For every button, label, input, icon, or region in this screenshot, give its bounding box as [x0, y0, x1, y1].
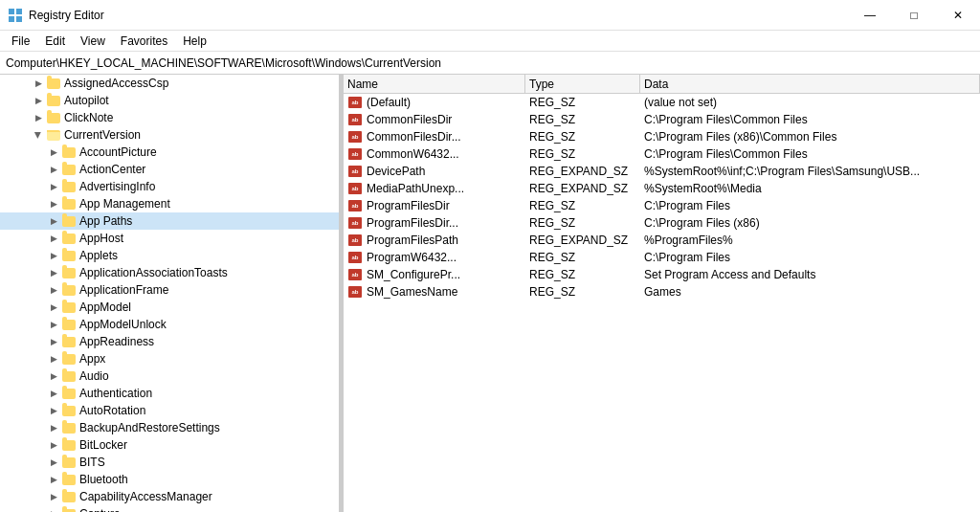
tree-item-Applets[interactable]: ▶Applets	[0, 247, 339, 264]
tree-label-ClickNote: ClickNote	[64, 111, 113, 124]
tree-arrow-ClickNote[interactable]: ▶	[31, 113, 46, 122]
tree-item-AppManagement[interactable]: ▶App Management	[0, 195, 339, 212]
tree-arrow-Bluetooth[interactable]: ▶	[46, 475, 61, 484]
tree-arrow-AssignedAccessCsp[interactable]: ▶	[31, 78, 46, 88]
entry-row-DevicePath[interactable]: DevicePathREG_EXPAND_SZ%SystemRoot%\inf;…	[344, 163, 980, 180]
minimize-button[interactable]: —	[848, 0, 892, 31]
col-header-name[interactable]: Name	[344, 75, 525, 93]
folder-icon-ApplicationFrame	[61, 283, 77, 297]
tree-arrow-ApplicationAssociationToasts[interactable]: ▶	[46, 268, 61, 278]
folder-icon-Autopilot	[46, 94, 61, 107]
tree-arrow-Authentication[interactable]: ▶	[46, 389, 61, 398]
tree-arrow-AccountPicture[interactable]: ▶	[46, 147, 61, 157]
reg-icon-SM_ConfigurePr	[344, 269, 363, 280]
tree-item-Capture[interactable]: ▶Capture	[0, 505, 339, 512]
app-icon	[8, 8, 23, 23]
entry-row-ProgramFilesPath[interactable]: ProgramFilesPathREG_EXPAND_SZ%ProgramFil…	[344, 232, 980, 249]
tree-item-ApplicationFrame[interactable]: ▶ApplicationFrame	[0, 281, 339, 299]
entry-row-CommonW6432Dir[interactable]: CommonW6432...REG_SZC:\Program Files\Com…	[344, 145, 980, 163]
tree-label-AdvertisingInfo: AdvertisingInfo	[79, 180, 155, 193]
entries-list[interactable]: (Default)REG_SZ(value not set)CommonFile…	[344, 94, 980, 512]
tree-item-ActionCenter[interactable]: ▶ActionCenter	[0, 161, 339, 178]
entry-name-MediaPathUnexp: MediaPathUnexp...	[363, 182, 525, 195]
tree-arrow-CapabilityAccessManager[interactable]: ▶	[46, 492, 61, 501]
menu-item-view[interactable]: View	[73, 33, 113, 50]
close-button[interactable]: ✕	[936, 0, 980, 31]
reg-icon-ProgramFilesDir	[344, 200, 363, 211]
tree-item-AdvertisingInfo[interactable]: ▶AdvertisingInfo	[0, 178, 339, 195]
entry-type-CommonFilesDir: REG_SZ	[525, 113, 640, 126]
col-header-data[interactable]: Data	[640, 75, 980, 93]
tree-arrow-AdvertisingInfo[interactable]: ▶	[46, 182, 61, 191]
entry-row-MediaPathUnexp[interactable]: MediaPathUnexp...REG_EXPAND_SZ%SystemRoo…	[344, 180, 980, 197]
tree-item-AppPaths[interactable]: ▶App Paths	[0, 212, 339, 230]
menu-item-favorites[interactable]: Favorites	[113, 33, 175, 50]
folder-icon-AutoRotation	[61, 404, 77, 417]
tree-item-AppModelUnlock[interactable]: ▶AppModelUnlock	[0, 316, 339, 333]
tree-arrow-BackupAndRestoreSettings[interactable]: ▶	[46, 423, 61, 433]
entry-row-SM_ConfigurePr[interactable]: SM_ConfigurePr...REG_SZSet Program Acces…	[344, 266, 980, 283]
menu-item-help[interactable]: Help	[175, 33, 214, 50]
tree-arrow-Appx[interactable]: ▶	[46, 354, 61, 364]
tree-arrow-AppManagement[interactable]: ▶	[46, 199, 61, 209]
tree-label-AssignedAccessCsp: AssignedAccessCsp	[64, 77, 168, 90]
maximize-button[interactable]: □	[892, 0, 936, 31]
entry-name-ProgramFilesDir: ProgramFilesDir	[363, 199, 525, 212]
tree-arrow-AppPaths[interactable]: ▶	[46, 216, 61, 226]
tree-item-Authentication[interactable]: ▶Authentication	[0, 385, 339, 402]
tree-arrow-CurrentVersion[interactable]: ▶	[33, 127, 43, 143]
tree-label-Audio: Audio	[79, 369, 109, 383]
entry-row-CommonFilesDir[interactable]: CommonFilesDirREG_SZC:\Program Files\Com…	[344, 111, 980, 128]
menu-item-edit[interactable]: Edit	[37, 33, 73, 50]
reg-icon-default	[344, 97, 363, 108]
tree-item-AccountPicture[interactable]: ▶AccountPicture	[0, 144, 339, 161]
tree-label-Appx: Appx	[79, 352, 105, 366]
tree-item-ClickNote[interactable]: ▶ClickNote	[0, 109, 339, 126]
tree-item-AppHost[interactable]: ▶AppHost	[0, 230, 339, 247]
entry-row-ProgramFilesDir86[interactable]: ProgramFilesDir...REG_SZC:\Program Files…	[344, 214, 980, 232]
tree-label-Applets: Applets	[79, 249, 118, 262]
entry-data-ProgramFilesDir: C:\Program Files	[640, 199, 980, 212]
tree-item-Bluetooth[interactable]: ▶Bluetooth	[0, 471, 339, 488]
tree-label-CurrentVersion: CurrentVersion	[64, 128, 141, 142]
tree-item-AssignedAccessCsp[interactable]: ▶AssignedAccessCsp	[0, 75, 339, 92]
tree-label-ApplicationFrame: ApplicationFrame	[79, 283, 168, 297]
tree-arrow-AppReadiness[interactable]: ▶	[46, 337, 61, 346]
folder-icon-Appx	[61, 352, 77, 366]
tree-arrow-Autopilot[interactable]: ▶	[31, 96, 46, 105]
tree-panel[interactable]: ▶AssignedAccessCsp▶Autopilot▶ClickNote▶C…	[0, 75, 340, 512]
tree-arrow-ApplicationFrame[interactable]: ▶	[46, 285, 61, 295]
tree-arrow-AppHost[interactable]: ▶	[46, 234, 61, 243]
tree-item-AppReadiness[interactable]: ▶AppReadiness	[0, 333, 339, 350]
menu-item-file[interactable]: File	[4, 33, 37, 50]
tree-item-Appx[interactable]: ▶Appx	[0, 350, 339, 367]
tree-item-AppModel[interactable]: ▶AppModel	[0, 299, 339, 316]
tree-item-BitLocker[interactable]: ▶BitLocker	[0, 436, 339, 454]
tree-arrow-AppModel[interactable]: ▶	[46, 302, 61, 312]
tree-item-CurrentVersion[interactable]: ▶CurrentVersion	[0, 126, 339, 144]
tree-item-ApplicationAssociationToasts[interactable]: ▶ApplicationAssociationToasts	[0, 264, 339, 281]
tree-arrow-AppModelUnlock[interactable]: ▶	[46, 320, 61, 329]
tree-item-BackupAndRestoreSettings[interactable]: ▶BackupAndRestoreSettings	[0, 419, 339, 436]
tree-arrow-Applets[interactable]: ▶	[46, 251, 61, 260]
entry-row-CommonFilesDir86[interactable]: CommonFilesDir...REG_SZC:\Program Files …	[344, 128, 980, 145]
tree-arrow-Audio[interactable]: ▶	[46, 371, 61, 381]
entry-name-ProgramFilesPath: ProgramFilesPath	[363, 234, 525, 247]
tree-item-Autopilot[interactable]: ▶Autopilot	[0, 92, 339, 109]
tree-arrow-BITS[interactable]: ▶	[46, 457, 61, 467]
entry-row-ProgramW6432Dir[interactable]: ProgramW6432...REG_SZC:\Program Files	[344, 249, 980, 266]
entry-data-ProgramW6432Dir: C:\Program Files	[640, 251, 980, 264]
tree-arrow-AutoRotation[interactable]: ▶	[46, 406, 61, 415]
entry-row-default[interactable]: (Default)REG_SZ(value not set)	[344, 94, 980, 111]
tree-item-CapabilityAccessManager[interactable]: ▶CapabilityAccessManager	[0, 488, 339, 505]
entry-type-CommonW6432Dir: REG_SZ	[525, 147, 640, 161]
tree-item-AutoRotation[interactable]: ▶AutoRotation	[0, 402, 339, 419]
entry-row-SM_GamesName[interactable]: SM_GamesNameREG_SZGames	[344, 283, 980, 301]
entry-type-ProgramFilesDir86: REG_SZ	[525, 216, 640, 230]
tree-arrow-ActionCenter[interactable]: ▶	[46, 165, 61, 174]
tree-arrow-BitLocker[interactable]: ▶	[46, 440, 61, 450]
tree-item-Audio[interactable]: ▶Audio	[0, 367, 339, 385]
col-header-type[interactable]: Type	[525, 75, 640, 93]
tree-item-BITS[interactable]: ▶BITS	[0, 454, 339, 471]
entry-row-ProgramFilesDir[interactable]: ProgramFilesDirREG_SZC:\Program Files	[344, 197, 980, 214]
